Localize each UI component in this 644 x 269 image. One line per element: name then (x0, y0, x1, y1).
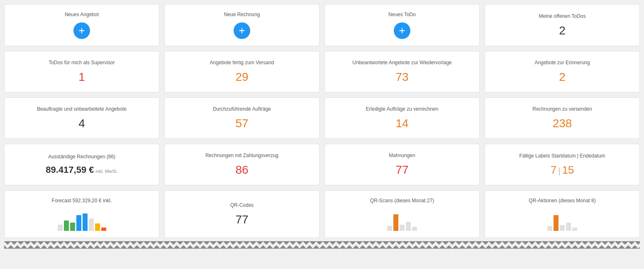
neues-todo-card[interactable]: Neues ToDo (324, 4, 480, 46)
faellige-labels-value2: 15 (562, 164, 574, 177)
forecast-bar-5 (89, 218, 94, 231)
forecast-bar-7 (101, 228, 106, 231)
neues-todo-button[interactable] (394, 22, 410, 39)
faellige-labels-card: Fällige Labels Startdatum | Endedatum7|1… (485, 144, 640, 185)
qr-aktionen-bar-3 (566, 223, 571, 231)
angebote-versand-title: Angebote fertig zum Versand (210, 59, 274, 66)
durchzufuehrende-auftraege-card: Durchzuführende Aufträge57 (164, 97, 320, 139)
meine-offenen-todos-card: Meine offenen ToDos2 (485, 4, 640, 46)
angebote-erinnerung-card: Angebote zur Erinnerung2 (485, 51, 640, 92)
qr-codes-value: 77 (235, 213, 248, 226)
angebote-versand-value: 29 (235, 70, 248, 84)
qr-scans-bar-1 (393, 214, 398, 231)
faellige-labels-separator: | (558, 166, 560, 176)
faellige-labels-value1: 7 (551, 164, 556, 177)
ausstehende-rechnungen-suffix: inkl. MwSt. (96, 169, 118, 174)
forecast-title: Forecast 592.329,20 € inkl. (52, 197, 112, 204)
forecast-bar-3 (76, 215, 81, 231)
neue-rechnung-title: Neue Rechnung (224, 11, 260, 18)
qr-scans-bar-0 (387, 226, 392, 231)
rechnungen-versenden-title: Rechnungen zu versenden (532, 106, 592, 113)
erledigte-auftraege-card: Erledigte Aufträge zu verrechnen14 (324, 97, 480, 139)
neue-rechnung-card[interactable]: Neue Rechnung (164, 4, 320, 46)
angebote-erinnerung-value: 2 (559, 70, 566, 84)
ausstehende-rechnungen-card: Ausständige Rechnungen (86)89.417,59 €in… (4, 144, 159, 185)
dashboard-grid: Neues AngebotNeue RechnungNeues ToDoMein… (4, 4, 640, 238)
qr-codes-card: QR-Codes77 (164, 190, 320, 238)
neues-angebot-card[interactable]: Neues Angebot (4, 4, 159, 46)
qr-scans-bar-2 (400, 225, 405, 231)
qr-aktionen-bar-0 (547, 226, 552, 231)
mahnungen-title: Mahnungen (389, 152, 415, 159)
beauftragte-angebote-value: 4 (78, 117, 85, 130)
qr-aktionen-title: QR-Aktionen (dieses Monat 8) (529, 197, 595, 204)
beauftragte-angebote-card: Beauftragte und unbearbeitete Angebote4 (4, 97, 159, 139)
forecast-card: Forecast 592.329,20 € inkl. (4, 190, 159, 238)
forecast-chart (58, 210, 106, 231)
ausstehende-rechnungen-value-row: 89.417,59 €inkl. MwSt. (46, 165, 117, 175)
neue-rechnung-button[interactable] (234, 22, 250, 39)
qr-scans-bar-4 (412, 227, 417, 231)
qr-scans-card: QR-Scans (dieses Monat 27) (324, 190, 480, 238)
qr-aktionen-bar-4 (572, 228, 577, 231)
meine-offenen-todos-value: 2 (559, 24, 566, 37)
durchzufuehrende-auftraege-value: 57 (235, 117, 248, 130)
qr-aktionen-bar-2 (560, 225, 565, 231)
ausstehende-rechnungen-value: 89.417,59 € (46, 165, 94, 175)
neues-angebot-button[interactable] (73, 22, 90, 39)
bottom-border (4, 241, 640, 249)
rechnungen-zahlungsverzug-title: Rechnungen mit Zahlungsverzug (205, 152, 278, 159)
neues-todo-title: Neues ToDo (388, 11, 416, 18)
faellige-labels-value-row: 7|15 (551, 164, 574, 177)
rechnungen-zahlungsverzug-card: Rechnungen mit Zahlungsverzug86 (164, 144, 320, 185)
forecast-bar-2 (70, 223, 75, 231)
rechnungen-zahlungsverzug-value: 86 (235, 163, 248, 177)
todos-supervisor-value: 1 (78, 70, 85, 84)
qr-aktionen-card: QR-Aktionen (dieses Monat 8) (485, 190, 640, 238)
qr-aktionen-bar-1 (554, 215, 559, 231)
ausstehende-rechnungen-title: Ausständige Rechnungen (86) (48, 153, 115, 160)
erledigte-auftraege-value: 14 (395, 117, 408, 130)
forecast-bar-6 (95, 223, 100, 231)
todos-supervisor-title: ToDos für mich als Supervisor (49, 59, 115, 66)
forecast-bar-1 (64, 221, 69, 231)
faellige-labels-title: Fällige Labels Startdatum | Endedatum (519, 153, 605, 160)
qr-aktionen-chart (547, 210, 577, 231)
mahnungen-card: Mahnungen77 (324, 144, 480, 185)
beauftragte-angebote-title: Beauftragte und unbearbeitete Angebote (37, 106, 127, 113)
erledigte-auftraege-title: Erledigte Aufträge zu verrechnen (366, 106, 439, 113)
rechnungen-versenden-card: Rechnungen zu versenden238 (485, 97, 640, 139)
unbeantwortete-angebote-title: Unbeantwortete Angebote zur Wiedervorlag… (352, 59, 451, 66)
mahnungen-value: 77 (395, 163, 408, 177)
qr-scans-bar-3 (406, 222, 411, 231)
qr-scans-chart (387, 210, 417, 231)
angebote-versand-card: Angebote fertig zum Versand29 (164, 51, 320, 92)
forecast-bar-4 (83, 213, 88, 231)
unbeantwortete-angebote-card: Unbeantwortete Angebote zur Wiedervorlag… (324, 51, 480, 92)
forecast-bar-0 (58, 225, 63, 231)
meine-offenen-todos-title: Meine offenen ToDos (539, 13, 586, 20)
rechnungen-versenden-value: 238 (553, 117, 572, 130)
angebote-erinnerung-title: Angebote zur Erinnerung (534, 59, 590, 66)
unbeantwortete-angebote-value: 73 (395, 70, 408, 84)
qr-codes-title: QR-Codes (230, 202, 254, 209)
todos-supervisor-card: ToDos für mich als Supervisor1 (4, 51, 159, 92)
neues-angebot-title: Neues Angebot (65, 11, 99, 18)
qr-scans-title: QR-Scans (dieses Monat 27) (370, 197, 434, 204)
durchzufuehrende-auftraege-title: Durchzuführende Aufträge (213, 106, 271, 113)
